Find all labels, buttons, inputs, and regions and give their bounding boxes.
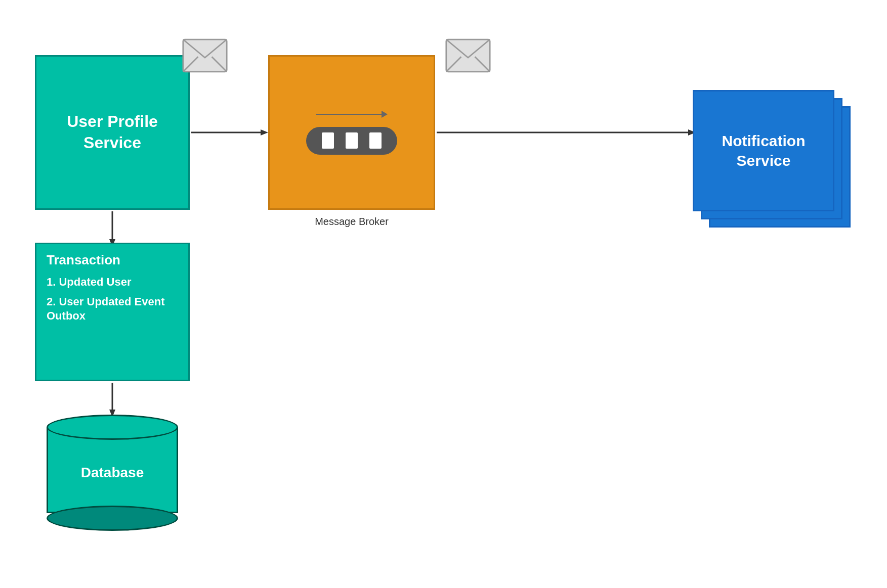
database-cylinder: Database — [47, 415, 178, 531]
broker-arrow-line — [316, 114, 382, 115]
database-label: Database — [81, 465, 144, 481]
transaction-item2: 2. User Updated Event Outbox — [47, 295, 178, 324]
database-container: Database — [35, 415, 190, 536]
notification-service-stack: Notification Service — [693, 90, 851, 247]
user-profile-service-box: User Profile Service — [35, 55, 190, 210]
diagram-container: User Profile Service Transaction 1. Upda… — [0, 0, 887, 588]
db-top — [47, 415, 178, 440]
envelope-left-icon — [182, 38, 228, 75]
transaction-item1: 1. Updated User — [47, 275, 178, 290]
transaction-box: Transaction 1. Updated User 2. User Upda… — [35, 243, 190, 381]
broker-internal-arrow — [316, 111, 388, 118]
user-profile-label: User Profile Service — [36, 111, 188, 153]
transaction-title: Transaction — [47, 252, 178, 268]
broker-queue — [306, 127, 397, 155]
db-bottom — [47, 506, 178, 531]
message-broker-box: Message Broker — [268, 55, 435, 210]
queue-body — [306, 127, 397, 155]
broker-arrow-head — [382, 111, 388, 118]
envelope-right-icon — [445, 38, 491, 75]
queue-slot-3 — [369, 132, 382, 149]
message-broker-label: Message Broker — [315, 216, 389, 228]
notification-service-label: Notification Service — [694, 131, 833, 170]
queue-slot-2 — [346, 132, 358, 149]
queue-slot-1 — [322, 132, 334, 149]
svg-marker-1 — [261, 129, 268, 135]
notification-box-front: Notification Service — [693, 90, 834, 211]
